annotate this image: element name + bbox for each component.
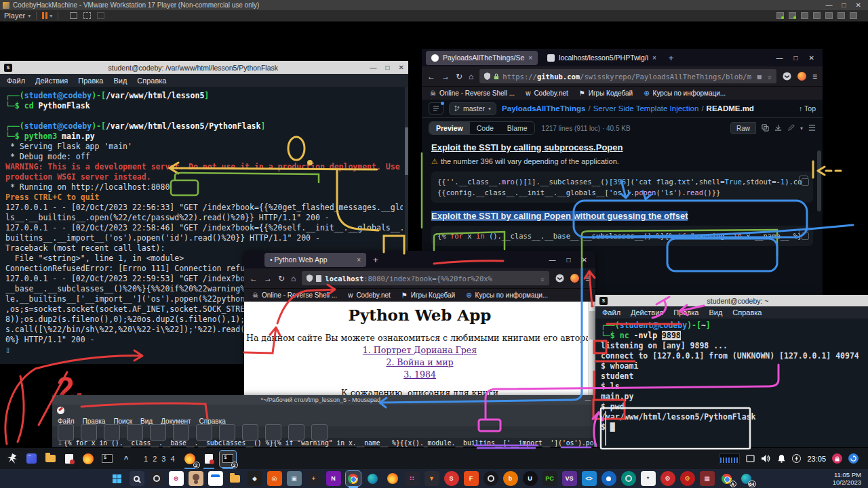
bookmark-star-icon[interactable]: ☆ (768, 73, 772, 81)
red-grid-app-icon[interactable]: ▦ (700, 471, 715, 486)
edge-64-app-icon[interactable]: 64 (739, 471, 754, 486)
vscode-app-icon[interactable]: <> (582, 471, 597, 486)
search-icon[interactable] (288, 424, 304, 441)
windows-clock[interactable]: 11:05 PM 10/2/2023 (833, 471, 861, 486)
terminal-menu-item[interactable]: Вид (113, 77, 127, 85)
ssti-subprocess-heading[interactable]: Exploit the SSTI by calling subprocess.P… (431, 142, 623, 152)
cut-icon[interactable] (219, 424, 235, 441)
suspend-vm-button[interactable] (42, 12, 47, 19)
carrot-app-icon[interactable]: ▼ (425, 471, 439, 486)
file-view-tab[interactable]: Preview (429, 122, 470, 134)
workspace-number[interactable]: 4 (170, 455, 174, 463)
file-explorer-icon[interactable] (228, 471, 243, 486)
pocket-icon[interactable] (783, 72, 791, 81)
copy-code-icon[interactable] (799, 230, 808, 239)
chrome-a-app-icon[interactable]: A (719, 471, 734, 486)
firefox-account-icon[interactable] (797, 72, 806, 81)
update-tray-icon[interactable] (848, 453, 859, 464)
terminal-menu-item[interactable]: Файл (602, 308, 620, 317)
cd-device-icon[interactable] (789, 12, 796, 19)
raw-button[interactable]: Raw (730, 122, 756, 134)
printer-device-icon[interactable] (837, 12, 845, 19)
mousepad-menu-item[interactable]: Файл (58, 418, 75, 425)
file-view-tab[interactable]: Blame (500, 122, 534, 134)
vm-minimize-button[interactable]: — (826, 1, 833, 9)
workspace-number[interactable]: 3 (161, 455, 165, 463)
forward-icon[interactable]: → (441, 72, 450, 81)
undo-icon[interactable] (173, 424, 189, 441)
terminal-menu-item[interactable]: Правка (673, 308, 698, 317)
gear-app-icon-1[interactable]: ⚙ (660, 471, 675, 486)
hand-app-icon[interactable]: * (641, 471, 656, 486)
minimize-button[interactable]: — (549, 256, 556, 264)
maximize-button[interactable]: □ (567, 256, 571, 264)
power-status-icon[interactable] (792, 454, 801, 463)
download-icon[interactable] (774, 122, 782, 134)
tab-python-web-app[interactable]: • Python Web App × (264, 253, 366, 267)
firefox-app-icon[interactable] (385, 471, 400, 486)
mousepad-menu-item[interactable]: Правка (83, 418, 106, 425)
calendar-app-icon[interactable] (208, 471, 223, 486)
bookmark-item[interactable]: wCodeby.net (526, 89, 568, 97)
ssti-popen-heading[interactable]: Exploit the SSTI by calling Popen withou… (431, 211, 688, 221)
mousepad-window-button[interactable] (201, 451, 217, 467)
copy-raw-icon[interactable] (762, 122, 769, 134)
maximize-button[interactable]: □ (386, 64, 390, 71)
dark-app-icon[interactable]: ◆ (248, 471, 262, 486)
bookmark-item[interactable]: ⊕Курсы по информаци... (466, 291, 548, 299)
workspace-number[interactable]: 1 (144, 455, 148, 463)
close-button[interactable]: ✕ (809, 54, 814, 62)
new-tab-button[interactable]: + (669, 53, 674, 63)
visual-studio-app-icon[interactable]: VS (562, 471, 577, 486)
book-link[interactable]: 3. 1984 (244, 369, 595, 380)
start-button[interactable] (110, 471, 125, 486)
map-pin-app-icon[interactable] (601, 471, 616, 486)
sound-device-icon[interactable] (825, 12, 833, 19)
chevron-down-icon[interactable]: ▾ (800, 125, 803, 131)
vm-maximize-button[interactable]: □ (842, 1, 846, 9)
fullscreen-icon[interactable] (83, 12, 91, 19)
mousepad-menu-item[interactable]: Справка (199, 418, 226, 425)
save-icon[interactable] (104, 424, 120, 441)
terminal-launcher-icon[interactable] (99, 451, 115, 467)
usb-device-icon[interactable] (813, 12, 821, 19)
minimize-button[interactable]: — (370, 64, 377, 71)
kali-clock[interactable]: 23:05 (807, 455, 826, 463)
window-tray-icon[interactable] (746, 455, 755, 462)
tab-localhost-phptwig[interactable]: localhost/lesson5/PHPTwig/i × (542, 51, 662, 65)
back-icon[interactable]: ← (427, 72, 435, 81)
open-icon[interactable] (81, 424, 97, 441)
reload-icon[interactable]: ↻ (456, 72, 462, 81)
cpu-graph[interactable] (719, 453, 740, 464)
obs-app-icon[interactable] (484, 471, 498, 486)
back-icon[interactable]: ← (250, 274, 258, 283)
f-app-icon[interactable]: F (464, 471, 479, 486)
display-device-icon[interactable] (850, 12, 857, 19)
search-replace-icon[interactable] (311, 424, 328, 441)
book-link[interactable]: 2. Война и мир (244, 357, 595, 367)
tab-close-icon[interactable]: × (652, 54, 656, 62)
send-ctrl-alt-del-icon[interactable] (70, 12, 77, 19)
assistant-app-icon[interactable] (189, 471, 203, 486)
chrome-app-icon[interactable] (346, 471, 361, 486)
book-link[interactable]: 1. Портрет Дориана Грея (244, 345, 595, 355)
home-icon[interactable]: ⌂ (469, 72, 473, 81)
menu-icon[interactable]: ≡ (812, 72, 817, 81)
mousepad-menu-item[interactable]: Вид (140, 418, 153, 425)
paste-icon[interactable] (265, 424, 281, 441)
terminal-menu-item[interactable]: Справка (732, 308, 762, 317)
close-button[interactable]: ✕ (582, 256, 587, 264)
onenote-app-icon[interactable]: N (326, 471, 341, 486)
kali-menu-icon[interactable] (4, 451, 20, 467)
volume-icon[interactable] (761, 454, 771, 463)
bookmark-item[interactable]: ⊕Курсы по информаци... (644, 89, 726, 97)
new-document-icon[interactable] (58, 424, 74, 441)
outline-list-icon[interactable] (808, 122, 816, 134)
show-more-chevron-icon[interactable]: ^ (118, 451, 134, 467)
url-bar[interactable]: localhost:8080/index?book={%%20for%20x% … (302, 271, 549, 285)
terminal-menu-item[interactable]: Правка (78, 77, 103, 85)
arrows-app-icon[interactable]: + (307, 471, 321, 486)
branch-selector[interactable]: master ▾ (449, 102, 496, 115)
orange-ring-app-icon[interactable]: ◎ (267, 471, 282, 486)
terminal-menu-item[interactable]: Вид (709, 308, 722, 317)
